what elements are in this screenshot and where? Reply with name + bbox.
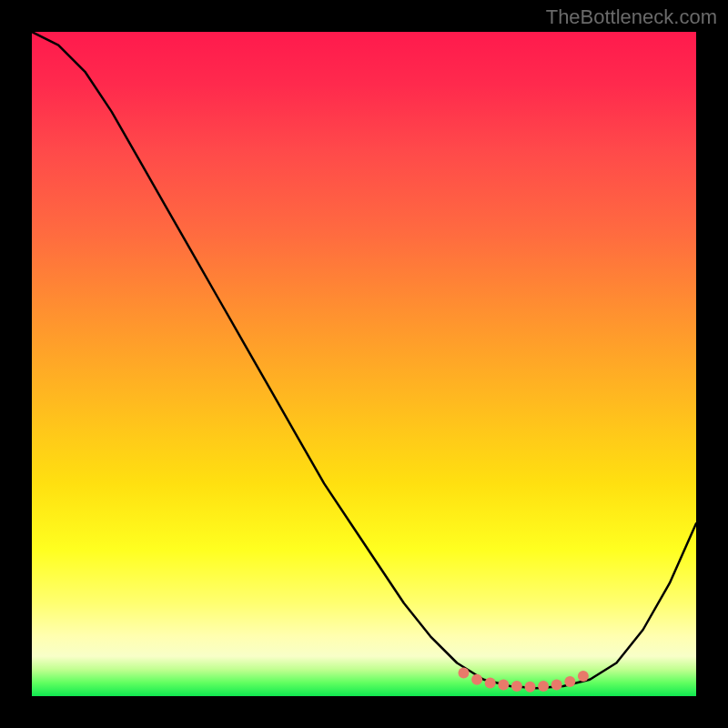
- chart-marker-dot: [498, 680, 509, 691]
- chart-svg: [32, 32, 696, 696]
- chart-marker-dot: [459, 668, 470, 679]
- watermark-text: TheBottleneck.com: [546, 5, 717, 29]
- chart-curve: [32, 32, 696, 688]
- chart-marker-dot: [511, 681, 522, 692]
- chart-markers: [459, 668, 589, 693]
- chart-marker-dot: [485, 677, 496, 688]
- chart-marker-dot: [525, 682, 536, 693]
- chart-marker-dot: [471, 674, 482, 685]
- chart-marker-dot: [564, 676, 575, 687]
- chart-marker-dot: [538, 681, 549, 692]
- chart-marker-dot: [578, 671, 589, 682]
- chart-marker-dot: [551, 680, 562, 691]
- chart-plot-area: [32, 32, 696, 696]
